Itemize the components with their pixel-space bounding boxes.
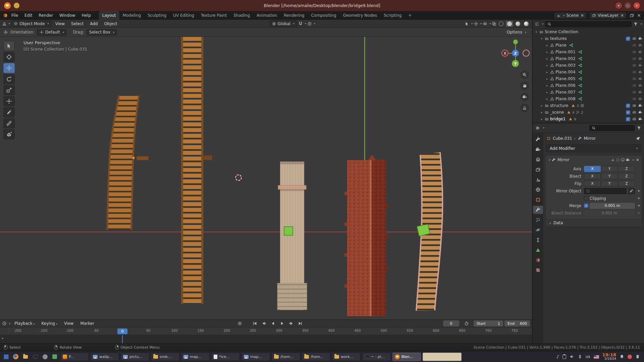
menu-render[interactable]: Render — [36, 12, 56, 19]
modifier-name[interactable]: Mirror — [557, 158, 569, 162]
task-window-blender[interactable]: Blen... — [392, 353, 421, 361]
timeline-channels[interactable]: ▸ — [0, 335, 532, 343]
task-window[interactable]: *ice... — [211, 353, 240, 361]
minimize-button[interactable]: ▾ — [615, 2, 622, 9]
data-subpanel[interactable]: ▸ Data — [546, 219, 642, 227]
outliner-row-plane-007[interactable]: ▸ Plane.007 — [533, 89, 644, 96]
outliner-row-bridge1[interactable]: ▸ bridge1 9 ✓ — [533, 116, 644, 122]
expand-arrow-icon[interactable]: ▾ — [535, 31, 538, 34]
tab-render[interactable] — [533, 145, 543, 154]
volume-icon[interactable] — [570, 354, 574, 359]
menu-view-timeline[interactable]: View — [61, 320, 76, 326]
tab-modeling[interactable]: Modeling — [119, 11, 145, 20]
xray-toggle-icon[interactable] — [492, 21, 496, 26]
plank-object[interactable] — [203, 155, 212, 160]
shading-solid-button[interactable] — [506, 21, 513, 27]
menu-playback[interactable]: Playback▾ — [12, 320, 38, 326]
render-camera-icon[interactable] — [638, 90, 642, 94]
prev-keyframe-button[interactable] — [260, 320, 268, 327]
merge-checkbox[interactable]: ✓ — [584, 203, 588, 208]
tab-material[interactable] — [533, 256, 543, 264]
auto-keying-button[interactable] — [236, 320, 244, 327]
filter-icon[interactable] — [633, 22, 638, 26]
menu-keying[interactable]: Keying▾ — [39, 320, 60, 326]
eye-icon[interactable] — [632, 117, 636, 121]
outliner-row-plane-002[interactable]: ▸ Plane.002 — [533, 55, 644, 62]
gizmo-axis-z[interactable]: Z — [512, 50, 519, 57]
render-camera-icon[interactable] — [638, 77, 642, 81]
timeline-editor-icon[interactable] — [2, 321, 7, 326]
proportional-editing-icon[interactable] — [307, 21, 312, 26]
outliner-row-plane-008[interactable]: ▸ Plane.008 — [533, 96, 644, 102]
shading-wireframe-button[interactable] — [497, 21, 505, 27]
expand-arrow-icon[interactable]: ▸ — [545, 71, 549, 74]
collection-checkbox[interactable]: ✓ — [626, 110, 630, 115]
outliner-search-input[interactable] — [553, 22, 629, 26]
tower-beige[interactable] — [277, 162, 307, 310]
outliner-row-structure[interactable]: ▸ structure 3 ✓ — [533, 102, 644, 109]
tab-compositing[interactable]: Compositing — [308, 11, 339, 20]
render-camera-icon[interactable] — [638, 110, 642, 114]
menu-window[interactable]: Window — [56, 12, 78, 19]
task-window[interactable]: wallp... — [91, 353, 119, 361]
perspective-toggle-button[interactable] — [520, 104, 529, 112]
eye-icon[interactable] — [632, 97, 636, 101]
expand-arrow-icon[interactable]: ▸ — [545, 84, 549, 87]
gizmo-axis-z-pos[interactable] — [513, 40, 518, 44]
clock[interactable]: 19:18 5/14/24 — [602, 353, 616, 361]
view-orientation-gizmo[interactable]: X Z Y — [501, 39, 530, 67]
eye-icon[interactable] — [632, 63, 636, 67]
menu-file[interactable]: File — [8, 12, 21, 19]
render-camera-icon[interactable] — [638, 104, 642, 108]
tab-view-layer[interactable] — [533, 166, 543, 174]
orientation-dropdown[interactable]: Default ▾ — [37, 29, 67, 36]
eye-icon[interactable] — [632, 77, 636, 81]
tab-rendering[interactable]: Rendering — [280, 11, 308, 20]
scene-selector[interactable]: ▾ Scene — [554, 12, 587, 19]
clipping-checkbox[interactable] — [584, 196, 588, 200]
tower-brick[interactable] — [344, 155, 389, 316]
options-dropdown[interactable]: Options ▾ — [504, 29, 529, 36]
eye-icon[interactable] — [632, 43, 636, 47]
render-camera-icon[interactable] — [638, 57, 642, 61]
playhead-line[interactable] — [122, 335, 123, 343]
eye-icon[interactable] — [632, 50, 636, 54]
render-camera-icon[interactable] — [638, 37, 642, 41]
eye-icon[interactable] — [632, 90, 636, 94]
eye-icon[interactable] — [632, 83, 636, 87]
panel-expand-icon[interactable]: ▾ — [549, 159, 550, 162]
timeline-ruler[interactable]: -200 -150 -100 -50 0 50 100 150 200 250 … — [0, 327, 532, 335]
status-indicator-icon[interactable] — [628, 355, 632, 359]
mode-select[interactable]: Object Mode ▾ — [11, 20, 52, 27]
modifier-extras-icon[interactable]: ▾ — [633, 159, 634, 162]
render-camera-icon[interactable] — [638, 70, 642, 74]
channels-expand-icon[interactable]: ▸ — [2, 337, 4, 340]
tool-select-box[interactable] — [3, 41, 15, 51]
menu-edit[interactable]: Edit — [21, 12, 35, 19]
on-cage-toggle-icon[interactable] — [611, 158, 615, 162]
close-icon[interactable] — [636, 158, 640, 162]
add-modifier-button[interactable]: Add Modifier ▾ — [546, 144, 641, 152]
bridge-straight[interactable] — [181, 37, 203, 304]
shading-material-button[interactable] — [514, 21, 522, 27]
bisect-x-button[interactable]: X — [584, 173, 601, 179]
properties-search[interactable] — [589, 125, 635, 131]
use-preview-range-button[interactable] — [463, 320, 470, 327]
snap-magnet-icon[interactable] — [298, 21, 303, 26]
editor-launcher-icon[interactable] — [51, 353, 59, 361]
tool-annotate[interactable] — [3, 107, 15, 117]
files-icon[interactable] — [21, 353, 30, 361]
tab-layout[interactable]: Layout — [99, 11, 119, 20]
render-camera-icon[interactable] — [638, 63, 642, 67]
outliner-row-scene[interactable]: ▸ _scene 4 2 ✓ — [533, 109, 644, 116]
task-window[interactable]: smb:... — [151, 353, 179, 361]
copy-viewlayer-icon[interactable] — [630, 13, 634, 18]
expand-arrow-icon[interactable]: ▸ — [540, 118, 543, 121]
play-reverse-button[interactable] — [269, 320, 277, 327]
outliner-row-plane-004[interactable]: ▸ Plane.004 — [533, 69, 644, 75]
maximize-button[interactable]: ▢ — [625, 2, 631, 9]
menu-select[interactable]: Select — [68, 21, 86, 27]
tab-shading[interactable]: Shading — [230, 11, 253, 20]
viewport-canvas[interactable]: User Perspective (0) Scene Collection | … — [0, 37, 532, 319]
render-toggle-icon[interactable] — [626, 158, 630, 162]
